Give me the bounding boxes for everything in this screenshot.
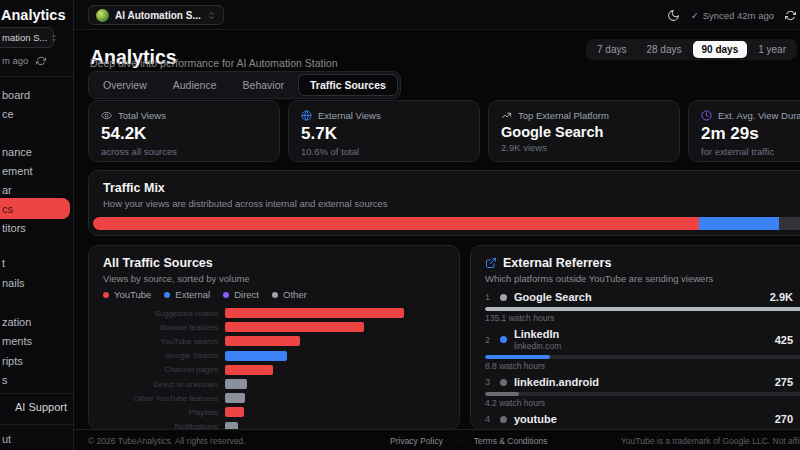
sidebar-item[interactable]: titors bbox=[2, 222, 26, 234]
traffic-mix-card: Traffic Mix How your views are distribut… bbox=[88, 170, 800, 236]
sidebar-item-ai-support[interactable]: AI Support bbox=[15, 401, 67, 413]
sidebar-item[interactable]: nails bbox=[2, 277, 25, 289]
refresh-button[interactable] bbox=[785, 10, 796, 21]
referrer-item: 4youtube27012.7 watch hours bbox=[485, 413, 800, 430]
channel-selector[interactable]: AI Automation S... bbox=[88, 5, 224, 25]
chart-row: Direct or unknown bbox=[103, 377, 445, 391]
stat-sublabel: across all sources bbox=[101, 146, 267, 157]
referrer-progress-fill bbox=[485, 392, 519, 396]
referrer-watch-hours: 135.1 watch hours bbox=[485, 313, 800, 323]
chart-row-label: Channel pages bbox=[103, 365, 225, 374]
stat-card: Top External PlatformGoogle Search2.9K v… bbox=[488, 100, 680, 162]
footer: © 2026 TubeAnalytics. All rights reserve… bbox=[74, 429, 800, 450]
referrer-row: 1Google Search2.9K bbox=[485, 291, 800, 303]
range-button-28-days[interactable]: 28 days bbox=[637, 41, 690, 58]
stat-card-header: Total Views bbox=[101, 110, 267, 121]
tab-overview[interactable]: Overview bbox=[91, 74, 159, 96]
referrer-favicon-dot bbox=[500, 379, 507, 386]
referrer-domain: linkedin.com bbox=[514, 341, 561, 351]
stat-cards: Total Views54.2Kacross all sourcesExtern… bbox=[88, 100, 800, 162]
chart-bar bbox=[225, 336, 300, 346]
sidebar-item[interactable]: ripts bbox=[2, 355, 23, 367]
chart-bar bbox=[225, 322, 364, 332]
moon-icon bbox=[667, 9, 680, 22]
chart-bar bbox=[225, 379, 247, 389]
terms-link[interactable]: Terms & Conditions bbox=[474, 436, 548, 446]
sidebar-item-active[interactable]: cs bbox=[0, 198, 70, 219]
referrer-rank: 4 bbox=[485, 414, 493, 424]
chart-row: Browse features bbox=[103, 320, 445, 334]
sidebar-item[interactable]: nance bbox=[2, 146, 32, 158]
sidebar-item[interactable]: ments bbox=[2, 335, 32, 347]
range-button-1-year[interactable]: 1 year bbox=[749, 41, 795, 58]
referrer-name: LinkedIn bbox=[514, 328, 561, 340]
sync-status: ✓ Synced 42m ago bbox=[691, 10, 774, 21]
referrer-name: Google Search bbox=[514, 291, 592, 303]
chart-row: Google Search bbox=[103, 349, 445, 363]
sidebar-item[interactable]: board bbox=[2, 89, 30, 101]
stat-card-header: Ext. Avg. View Duration bbox=[701, 110, 800, 121]
referrer-rank: 1 bbox=[485, 292, 493, 302]
chart-bar bbox=[225, 407, 244, 417]
referrer-watch-hours: 4.2 watch hours bbox=[485, 398, 800, 408]
referrer-list: 1Google Search2.9K135.1 watch hours2Link… bbox=[485, 291, 800, 430]
referrer-rank: 3 bbox=[485, 377, 493, 387]
chart-row-label: Suggested videos bbox=[103, 309, 225, 318]
theme-toggle-button[interactable] bbox=[667, 9, 680, 22]
stat-value: 2m 29s bbox=[701, 124, 800, 144]
sidebar-item[interactable]: ar bbox=[2, 184, 12, 196]
referrer-progress-fill bbox=[485, 307, 800, 311]
referrer-favicon-dot bbox=[500, 416, 507, 423]
referrer-row: 2LinkedInlinkedin.com425 bbox=[485, 328, 800, 351]
brand-logo: Analytics bbox=[1, 7, 65, 23]
stat-value: 5.7K bbox=[301, 124, 467, 144]
chart-row-label: Browse features bbox=[103, 323, 225, 332]
page-subtitle: Deep dive into performance for AI Automa… bbox=[90, 57, 337, 69]
referrer-row: 4youtube270 bbox=[485, 413, 800, 425]
mix-segment-other bbox=[779, 217, 800, 230]
referrer-name: youtube bbox=[514, 413, 557, 425]
tab-behavior[interactable]: Behavior bbox=[231, 74, 296, 96]
legend-label: External bbox=[175, 289, 210, 300]
sidebar-item[interactable]: ce bbox=[2, 108, 14, 120]
legend-item: Direct bbox=[223, 289, 259, 300]
stat-label: Ext. Avg. View Duration bbox=[718, 110, 800, 121]
sidebar-item-logout[interactable]: ut bbox=[2, 433, 11, 445]
sidebar-item[interactable]: ement bbox=[2, 165, 33, 177]
traffic-sources-card: All Traffic Sources Views by source, sor… bbox=[88, 245, 460, 430]
referrer-name-block: Google Search bbox=[514, 291, 592, 303]
traffic-sources-legend: YouTubeExternalDirectOther bbox=[103, 289, 445, 300]
sidebar-item[interactable]: zation bbox=[2, 316, 31, 328]
referrer-favicon-dot bbox=[500, 294, 507, 301]
tab-traffic-sources[interactable]: Traffic Sources bbox=[298, 74, 398, 96]
referrer-row: 3linkedin.android275 bbox=[485, 376, 800, 388]
chart-bar bbox=[225, 365, 273, 375]
sidebar-item[interactable]: t bbox=[2, 257, 5, 269]
stat-sublabel: 2.9K views bbox=[501, 142, 667, 153]
legend-dot bbox=[103, 292, 109, 298]
legend-label: Direct bbox=[234, 289, 259, 300]
external-referrers-title-text: External Referrers bbox=[503, 256, 611, 270]
range-button-90-days[interactable]: 90 days bbox=[693, 41, 748, 58]
traffic-mix-title: Traffic Mix bbox=[103, 181, 800, 195]
legend-dot bbox=[272, 292, 278, 298]
legend-item: External bbox=[164, 289, 210, 300]
stat-label: Total Views bbox=[118, 110, 166, 121]
privacy-policy-link[interactable]: Privacy Policy bbox=[390, 436, 443, 446]
referrer-name-block: youtube bbox=[514, 413, 557, 425]
globe-icon bbox=[301, 110, 312, 121]
range-button-7-days[interactable]: 7 days bbox=[588, 41, 635, 58]
topbar-actions: ✓ Synced 42m ago bbox=[667, 0, 796, 30]
chart-row: Other YouTube features bbox=[103, 391, 445, 405]
copyright-text: © 2026 TubeAnalytics. All rights reserve… bbox=[88, 436, 245, 446]
refresh-icon[interactable] bbox=[36, 56, 46, 66]
external-link-icon bbox=[485, 257, 497, 269]
sidebar-item[interactable]: s bbox=[2, 374, 8, 386]
sync-status-text: Synced 42m ago bbox=[703, 10, 774, 21]
sidebar-channel-select[interactable]: mation S... bbox=[0, 27, 54, 48]
chart-row-label: YouTube search bbox=[103, 337, 225, 346]
legend-label: Other bbox=[283, 289, 307, 300]
tab-audience[interactable]: Audience bbox=[161, 74, 229, 96]
sidebar: Analytics mation S... m ago boardcenance… bbox=[0, 0, 74, 450]
referrer-views-value: 2.9K bbox=[770, 291, 800, 303]
